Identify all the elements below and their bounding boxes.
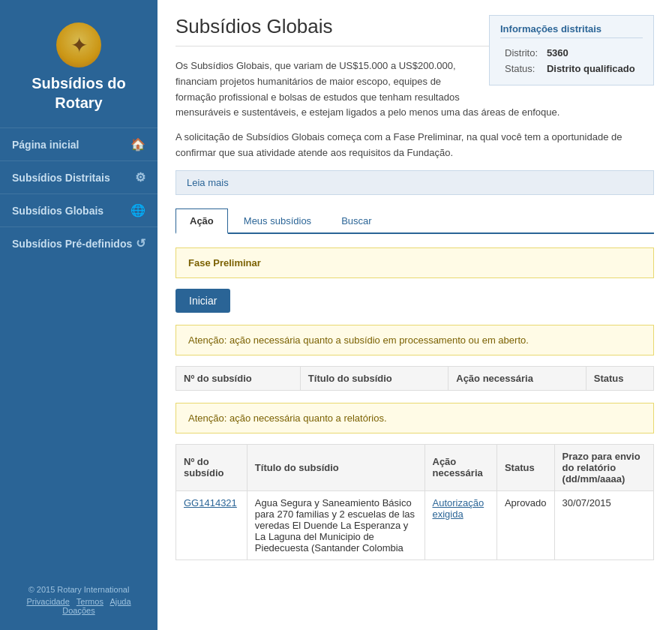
subsidios-distritais-label: Subsídios Distritais xyxy=(12,172,110,184)
iniciar-button[interactable]: Iniciar xyxy=(176,289,230,313)
refresh-icon: ↺ xyxy=(136,236,146,250)
tab-meus-subsidios[interactable]: Meus subsídios xyxy=(230,208,326,232)
help-link[interactable]: Ajuda xyxy=(110,597,130,606)
status-label: Status: xyxy=(502,62,542,76)
district-label: Distrito: xyxy=(502,46,542,60)
action-required-cell[interactable]: Autorização exigida xyxy=(424,490,496,560)
col-grant-title-2: Título do subsídio xyxy=(247,444,424,490)
tabs-container: Ação Meus subsídios Buscar xyxy=(176,208,654,234)
notice-report-box: Atenção: ação necessária quanto a relató… xyxy=(176,403,654,434)
read-more-bar[interactable]: Leia mais xyxy=(176,170,654,195)
pagina-inicial-label: Página inicial xyxy=(12,139,79,151)
col-status-2: Status xyxy=(496,444,554,490)
gear-icon: ⚙ xyxy=(135,170,146,184)
notice-action-text: Atenção: ação necessária quanto a subsíd… xyxy=(188,334,529,346)
col-grant-number-1: Nº do subsídio xyxy=(176,366,301,390)
col-deadline: Prazo para envio do relatório (dd/mm/aaa… xyxy=(554,444,653,490)
read-more-label: Leia mais xyxy=(187,177,229,188)
district-info-title: Informações distritais xyxy=(500,23,643,38)
status-value: Distrito qualificado xyxy=(544,62,641,76)
grant-number-link[interactable]: GG1414321 xyxy=(184,497,237,508)
action-required-link[interactable]: Autorização exigida xyxy=(433,497,484,520)
grants-action-table: Nº do subsídio Título do subsídio Ação n… xyxy=(176,366,654,391)
terms-link[interactable]: Termos xyxy=(76,597,104,606)
grants-report-table: Nº do subsídio Título do subsídio Ação n… xyxy=(176,444,654,560)
subsidios-globais-label: Subsídios Globais xyxy=(12,205,104,217)
table-row: GG1414321 Agua Segura y Saneamiento Bási… xyxy=(176,490,654,560)
sidebar-footer: © 2015 Rotary International Privacidade … xyxy=(0,585,158,615)
grant-title-cell: Agua Segura y Saneamiento Básico para 27… xyxy=(247,490,424,560)
tab-acao[interactable]: Ação xyxy=(176,208,228,234)
privacy-link[interactable]: Privacidade xyxy=(26,597,69,606)
col-grant-number-2: Nº do subsídio xyxy=(176,444,248,490)
sidebar-item-subsidios-distritais[interactable]: Subsídios Distritais ⚙ xyxy=(0,160,158,194)
sidebar-item-subsidios-globais[interactable]: Subsídios Globais 🌐 xyxy=(0,194,158,226)
main-content: Informações distritais Distrito: 5360 St… xyxy=(158,0,672,630)
sidebar-item-subsidios-predefinidos[interactable]: Subsídios Pré-definidos ↺ xyxy=(0,226,158,260)
col-action-required-1: Ação necessária xyxy=(448,366,586,390)
preliminary-phase-box: Fase Preliminar xyxy=(176,248,654,278)
grant-number-cell[interactable]: GG1414321 xyxy=(176,490,248,560)
col-status-1: Status xyxy=(586,366,653,390)
globe-icon: 🌐 xyxy=(130,203,146,218)
notice-report-text: Atenção: ação necessária quanto a relató… xyxy=(188,412,387,424)
logo-area: ✦ Subsídios do Rotary xyxy=(0,15,158,128)
copyright-text: © 2015 Rotary International xyxy=(8,585,150,594)
col-grant-title-1: Título do subsídio xyxy=(300,366,448,390)
notice-action-box: Atenção: ação necessária quanto a subsíd… xyxy=(176,325,654,356)
district-info-box: Informações distritais Distrito: 5360 St… xyxy=(489,15,654,86)
district-value: 5360 xyxy=(544,46,641,60)
preliminary-phase-label: Fase Preliminar xyxy=(188,257,261,268)
deadline-cell: 30/07/2015 xyxy=(554,490,653,560)
subsidios-predefinidos-label: Subsídios Pré-definidos xyxy=(12,238,132,250)
app-title: Subsídios do Rotary xyxy=(15,74,142,112)
sidebar-item-pagina-inicial[interactable]: Página inicial 🏠 xyxy=(0,128,158,160)
col-action-required-2: Ação necessária xyxy=(424,444,496,490)
district-info-table: Distrito: 5360 Status: Distrito qualific… xyxy=(500,44,643,77)
status-cell: Aprovado xyxy=(496,490,554,560)
rotary-logo-icon: ✦ xyxy=(56,22,101,68)
donations-link[interactable]: Doações xyxy=(62,606,94,615)
sidebar: ✦ Subsídios do Rotary Página inicial 🏠 S… xyxy=(0,0,158,630)
home-icon: 🏠 xyxy=(130,137,146,152)
tab-buscar[interactable]: Buscar xyxy=(327,208,386,232)
description-2: A solicitação de Subsídios Globais começ… xyxy=(176,130,654,161)
